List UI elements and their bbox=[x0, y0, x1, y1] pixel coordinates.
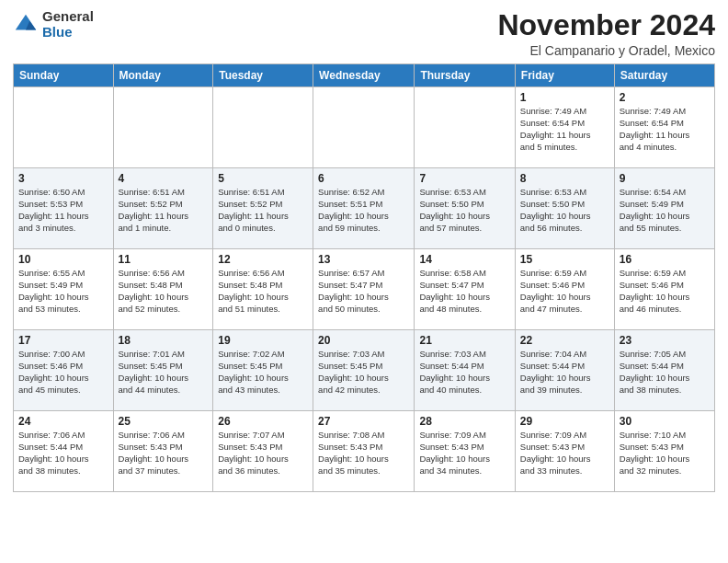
day-info: Sunrise: 6:56 AM Sunset: 5:48 PM Dayligh… bbox=[218, 268, 308, 315]
day-info: Sunrise: 7:10 AM Sunset: 5:43 PM Dayligh… bbox=[620, 430, 710, 477]
location: El Campanario y Oradel, Mexico bbox=[497, 43, 715, 58]
day-info: Sunrise: 6:58 AM Sunset: 5:47 PM Dayligh… bbox=[419, 268, 509, 315]
calendar-cell: 24Sunrise: 7:06 AM Sunset: 5:44 PM Dayli… bbox=[14, 411, 114, 492]
day-number: 26 bbox=[218, 415, 308, 428]
day-info: Sunrise: 7:01 AM Sunset: 5:45 PM Dayligh… bbox=[119, 349, 209, 396]
logo-blue: Blue bbox=[42, 25, 94, 40]
day-info: Sunrise: 6:59 AM Sunset: 5:46 PM Dayligh… bbox=[620, 268, 710, 315]
calendar-cell: 13Sunrise: 6:57 AM Sunset: 5:47 PM Dayli… bbox=[313, 249, 415, 330]
day-number: 17 bbox=[18, 334, 108, 347]
day-number: 5 bbox=[218, 172, 308, 185]
day-info: Sunrise: 7:04 AM Sunset: 5:44 PM Dayligh… bbox=[520, 349, 609, 396]
calendar-cell: 7Sunrise: 6:53 AM Sunset: 5:50 PM Daylig… bbox=[415, 168, 515, 249]
day-number: 8 bbox=[520, 172, 609, 185]
calendar-cell: 5Sunrise: 6:51 AM Sunset: 5:52 PM Daylig… bbox=[213, 168, 313, 249]
calendar-week-row: 3Sunrise: 6:50 AM Sunset: 5:53 PM Daylig… bbox=[14, 168, 715, 249]
day-info: Sunrise: 7:03 AM Sunset: 5:45 PM Dayligh… bbox=[318, 349, 409, 396]
calendar-cell: 9Sunrise: 6:54 AM Sunset: 5:49 PM Daylig… bbox=[614, 168, 714, 249]
day-number: 18 bbox=[119, 334, 209, 347]
day-number: 3 bbox=[18, 172, 108, 185]
day-number: 21 bbox=[419, 334, 509, 347]
calendar-cell bbox=[415, 87, 515, 168]
calendar-cell: 17Sunrise: 7:00 AM Sunset: 5:46 PM Dayli… bbox=[14, 330, 114, 411]
day-info: Sunrise: 6:51 AM Sunset: 5:52 PM Dayligh… bbox=[119, 187, 209, 234]
day-number: 19 bbox=[218, 334, 308, 347]
day-info: Sunrise: 7:49 AM Sunset: 6:54 PM Dayligh… bbox=[620, 106, 710, 153]
calendar-cell: 4Sunrise: 6:51 AM Sunset: 5:52 PM Daylig… bbox=[113, 168, 213, 249]
day-number: 13 bbox=[318, 253, 409, 266]
calendar-cell: 22Sunrise: 7:04 AM Sunset: 5:44 PM Dayli… bbox=[515, 330, 614, 411]
calendar-cell: 23Sunrise: 7:05 AM Sunset: 5:44 PM Dayli… bbox=[614, 330, 714, 411]
weekday-header: Wednesday bbox=[313, 64, 415, 87]
calendar-cell: 11Sunrise: 6:56 AM Sunset: 5:48 PM Dayli… bbox=[113, 249, 213, 330]
calendar-cell: 2Sunrise: 7:49 AM Sunset: 6:54 PM Daylig… bbox=[614, 87, 714, 168]
weekday-header: Thursday bbox=[415, 64, 515, 87]
day-info: Sunrise: 6:50 AM Sunset: 5:53 PM Dayligh… bbox=[18, 187, 108, 234]
day-number: 12 bbox=[218, 253, 308, 266]
day-number: 11 bbox=[119, 253, 209, 266]
logo-text: General Blue bbox=[42, 9, 94, 40]
calendar-cell: 29Sunrise: 7:09 AM Sunset: 5:43 PM Dayli… bbox=[515, 411, 614, 492]
logo-icon bbox=[13, 12, 39, 38]
day-number: 25 bbox=[119, 415, 209, 428]
weekday-header: Saturday bbox=[614, 64, 714, 87]
day-number: 14 bbox=[419, 253, 509, 266]
day-info: Sunrise: 7:08 AM Sunset: 5:43 PM Dayligh… bbox=[318, 430, 409, 477]
calendar-cell: 26Sunrise: 7:07 AM Sunset: 5:43 PM Dayli… bbox=[213, 411, 313, 492]
calendar-cell bbox=[213, 87, 313, 168]
day-number: 9 bbox=[620, 172, 710, 185]
day-info: Sunrise: 7:05 AM Sunset: 5:44 PM Dayligh… bbox=[620, 349, 710, 396]
calendar-cell: 30Sunrise: 7:10 AM Sunset: 5:43 PM Dayli… bbox=[614, 411, 714, 492]
title-block: November 2024 El Campanario y Oradel, Me… bbox=[497, 9, 715, 58]
calendar-cell: 14Sunrise: 6:58 AM Sunset: 5:47 PM Dayli… bbox=[415, 249, 515, 330]
day-info: Sunrise: 7:09 AM Sunset: 5:43 PM Dayligh… bbox=[419, 430, 509, 477]
day-info: Sunrise: 7:49 AM Sunset: 6:54 PM Dayligh… bbox=[520, 106, 609, 153]
day-number: 28 bbox=[419, 415, 509, 428]
day-number: 27 bbox=[318, 415, 409, 428]
day-number: 24 bbox=[18, 415, 108, 428]
calendar-cell: 19Sunrise: 7:02 AM Sunset: 5:45 PM Dayli… bbox=[213, 330, 313, 411]
calendar-cell: 28Sunrise: 7:09 AM Sunset: 5:43 PM Dayli… bbox=[415, 411, 515, 492]
day-info: Sunrise: 7:00 AM Sunset: 5:46 PM Dayligh… bbox=[18, 349, 108, 396]
calendar-table: SundayMondayTuesdayWednesdayThursdayFrid… bbox=[13, 63, 715, 492]
calendar-cell bbox=[313, 87, 415, 168]
day-number: 30 bbox=[620, 415, 710, 428]
calendar-cell: 27Sunrise: 7:08 AM Sunset: 5:43 PM Dayli… bbox=[313, 411, 415, 492]
weekday-header: Monday bbox=[113, 64, 213, 87]
calendar-cell bbox=[113, 87, 213, 168]
day-number: 6 bbox=[318, 172, 409, 185]
weekday-header: Sunday bbox=[14, 64, 114, 87]
weekday-header: Friday bbox=[515, 64, 614, 87]
calendar-cell: 12Sunrise: 6:56 AM Sunset: 5:48 PM Dayli… bbox=[213, 249, 313, 330]
logo: General Blue bbox=[13, 9, 94, 40]
day-info: Sunrise: 6:53 AM Sunset: 5:50 PM Dayligh… bbox=[520, 187, 609, 234]
day-number: 1 bbox=[520, 91, 609, 104]
day-info: Sunrise: 7:06 AM Sunset: 5:43 PM Dayligh… bbox=[119, 430, 209, 477]
day-info: Sunrise: 7:02 AM Sunset: 5:45 PM Dayligh… bbox=[218, 349, 308, 396]
calendar-cell: 15Sunrise: 6:59 AM Sunset: 5:46 PM Dayli… bbox=[515, 249, 614, 330]
calendar-cell: 21Sunrise: 7:03 AM Sunset: 5:44 PM Dayli… bbox=[415, 330, 515, 411]
calendar-cell: 6Sunrise: 6:52 AM Sunset: 5:51 PM Daylig… bbox=[313, 168, 415, 249]
calendar-cell: 3Sunrise: 6:50 AM Sunset: 5:53 PM Daylig… bbox=[14, 168, 114, 249]
calendar-header-row: SundayMondayTuesdayWednesdayThursdayFrid… bbox=[14, 64, 715, 87]
calendar-week-row: 17Sunrise: 7:00 AM Sunset: 5:46 PM Dayli… bbox=[14, 330, 715, 411]
day-info: Sunrise: 6:51 AM Sunset: 5:52 PM Dayligh… bbox=[218, 187, 308, 234]
calendar-week-row: 10Sunrise: 6:55 AM Sunset: 5:49 PM Dayli… bbox=[14, 249, 715, 330]
calendar-cell bbox=[14, 87, 114, 168]
day-number: 10 bbox=[18, 253, 108, 266]
page: General Blue November 2024 El Campanario… bbox=[0, 0, 728, 563]
day-number: 16 bbox=[620, 253, 710, 266]
day-info: Sunrise: 6:57 AM Sunset: 5:47 PM Dayligh… bbox=[318, 268, 409, 315]
day-number: 4 bbox=[119, 172, 209, 185]
month-title: November 2024 bbox=[497, 9, 715, 41]
day-number: 23 bbox=[620, 334, 710, 347]
day-info: Sunrise: 6:53 AM Sunset: 5:50 PM Dayligh… bbox=[419, 187, 509, 234]
calendar-cell: 25Sunrise: 7:06 AM Sunset: 5:43 PM Dayli… bbox=[113, 411, 213, 492]
day-number: 2 bbox=[620, 91, 710, 104]
day-number: 7 bbox=[419, 172, 509, 185]
day-number: 20 bbox=[318, 334, 409, 347]
calendar-cell: 18Sunrise: 7:01 AM Sunset: 5:45 PM Dayli… bbox=[113, 330, 213, 411]
calendar-week-row: 24Sunrise: 7:06 AM Sunset: 5:44 PM Dayli… bbox=[14, 411, 715, 492]
logo-general: General bbox=[42, 9, 94, 25]
day-info: Sunrise: 7:07 AM Sunset: 5:43 PM Dayligh… bbox=[218, 430, 308, 477]
